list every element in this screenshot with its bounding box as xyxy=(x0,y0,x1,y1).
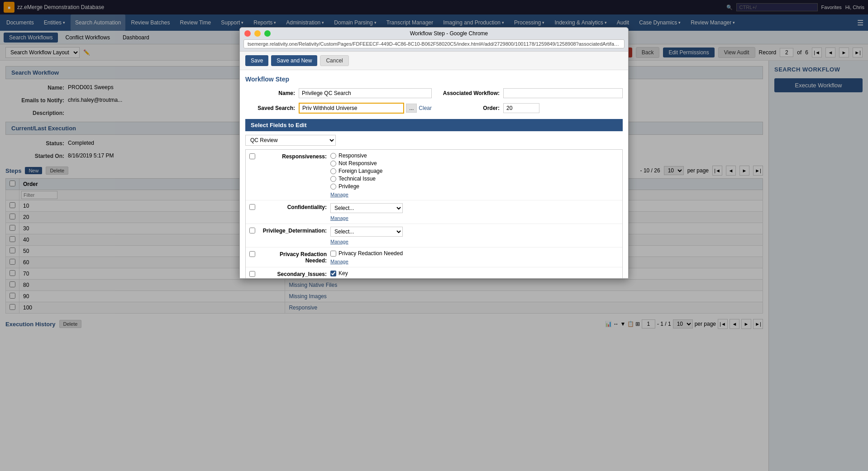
field-row-privilege-determination: Privilege_Determination: Select... Manag… xyxy=(246,224,622,247)
dialog-close-btn[interactable] xyxy=(244,30,251,37)
confidentiality-select[interactable]: Select... xyxy=(330,203,403,213)
dialog-address-bar: tsemerge.relativity.one/Relativity/Custo… xyxy=(243,39,625,48)
responsiveness-manage-link[interactable]: Manage xyxy=(330,192,382,197)
privacy-redaction-option-checkbox[interactable] xyxy=(330,251,336,257)
dialog-wf-step-title: Workflow Step xyxy=(245,76,623,83)
wf-associated-input[interactable] xyxy=(503,88,623,98)
select-fields-header: Select Fields to Edit xyxy=(245,119,623,131)
radio-not-responsive[interactable]: Not Responsive xyxy=(330,160,382,167)
field-row-privacy-redaction: Privacy Redaction Needed: Privacy Redact… xyxy=(246,247,622,267)
wf-saved-search-row: Saved Search: ... Clear xyxy=(245,103,432,114)
dialog-save-button[interactable]: Save xyxy=(245,55,268,66)
wf-order-input[interactable] xyxy=(503,103,539,113)
responsiveness-controls: Responsive Not Responsive Foreign Langua… xyxy=(330,152,382,197)
privilege-det-select-row: Select... xyxy=(330,227,403,237)
dialog-window: Workflow Step - Google Chrome tsemerge.r… xyxy=(239,27,629,279)
secondary-issues-issue1[interactable]: Issue 1 xyxy=(330,278,356,278)
secondary-issues-controls: Key Issue 1 xyxy=(330,270,356,278)
dialog-toolbar: Save Save and New Cancel xyxy=(240,52,628,70)
privilege-det-manage-link[interactable]: Manage xyxy=(330,239,403,244)
key-checkbox[interactable] xyxy=(330,271,336,276)
wf-associated-label: Associated Workflow: xyxy=(436,90,500,96)
privilege-det-controls: Select... Manage xyxy=(330,227,403,244)
select-fields-section: Select Fields to Edit QC Review Responsi… xyxy=(245,119,623,278)
wf-saved-search-label: Saved Search: xyxy=(245,105,295,111)
wf-name-row: Name: xyxy=(245,88,432,98)
wf-order-label: Order: xyxy=(436,105,500,111)
privacy-redaction-manage-link[interactable]: Manage xyxy=(330,259,403,264)
privilege-det-checkbox[interactable] xyxy=(249,228,255,233)
dialog-maximize-btn[interactable] xyxy=(264,30,271,37)
confidentiality-label: Confidentiality: xyxy=(259,203,327,210)
fields-dropdown[interactable]: QC Review xyxy=(245,135,336,146)
wf-name-input[interactable] xyxy=(299,88,432,98)
secondary-issues-label: Secondary_Issues: xyxy=(259,270,327,277)
fields-table-area: Responsiveness: Responsive Not Responsiv… xyxy=(245,149,623,278)
wf-saved-search-browse-btn[interactable]: ... xyxy=(406,104,417,113)
radio-privilege[interactable]: Privilege xyxy=(330,183,382,190)
responsiveness-radio-group: Responsive Not Responsive Foreign Langua… xyxy=(330,152,382,190)
privacy-redaction-option[interactable]: Privacy Redaction Needed xyxy=(330,250,403,257)
wf-saved-search-field: ... Clear xyxy=(299,103,432,114)
privilege-det-select[interactable]: Select... xyxy=(330,227,403,237)
wf-associated-row: Associated Workflow: xyxy=(436,88,623,98)
dialog-minimize-btn[interactable] xyxy=(254,30,261,37)
dialog-content: Save Save and New Cancel Workflow Step N… xyxy=(240,51,628,278)
radio-technical-issue[interactable]: Technical Issue xyxy=(330,176,382,182)
issue1-checkbox[interactable] xyxy=(330,278,336,279)
privilege-det-label: Privilege_Determination: xyxy=(259,227,327,234)
privacy-redaction-checkbox[interactable] xyxy=(249,251,255,257)
wf-step-form: Name: Associated Workflow: Saved Search:… xyxy=(245,88,623,114)
dialog-cancel-button[interactable]: Cancel xyxy=(320,55,348,66)
privacy-redaction-label: Privacy Redaction Needed: xyxy=(259,250,327,264)
confidentiality-manage-link[interactable]: Manage xyxy=(330,215,403,221)
radio-responsive[interactable]: Responsive xyxy=(330,152,382,159)
wf-name-label: Name: xyxy=(245,90,295,96)
radio-foreign-language[interactable]: Foreign Language xyxy=(330,168,382,174)
wf-clear-link[interactable]: Clear xyxy=(419,105,432,111)
dialog-overlay: Workflow Step - Google Chrome tsemerge.r… xyxy=(0,0,868,471)
confidentiality-checkbox[interactable] xyxy=(249,204,255,210)
secondary-issues-key[interactable]: Key xyxy=(330,270,356,276)
secondary-issues-checkbox[interactable] xyxy=(249,271,255,277)
dialog-scroll-area: Workflow Step Name: Associated Workflow: xyxy=(240,70,628,278)
field-row-responsiveness: Responsiveness: Responsive Not Responsiv… xyxy=(246,150,622,200)
dialog-title: Workflow Step - Google Chrome xyxy=(274,30,624,37)
privacy-redaction-controls: Privacy Redaction Needed Manage xyxy=(330,250,403,264)
confidentiality-controls: Select... Manage xyxy=(330,203,403,221)
field-row-secondary-issues: Secondary_Issues: Key Issue 1 xyxy=(246,267,622,278)
wf-order-row: Order: xyxy=(436,103,623,114)
field-row-confidentiality: Confidentiality: Select... Manage xyxy=(246,200,622,224)
dialog-save-new-button[interactable]: Save and New xyxy=(271,55,317,66)
responsiveness-checkbox[interactable] xyxy=(249,153,255,159)
confidentiality-select-row: Select... xyxy=(330,203,403,213)
responsiveness-label: Responsiveness: xyxy=(259,152,327,160)
wf-saved-search-input[interactable] xyxy=(299,103,404,114)
dropdown-row: QC Review xyxy=(245,135,623,146)
dialog-titlebar: Workflow Step - Google Chrome xyxy=(240,28,628,39)
